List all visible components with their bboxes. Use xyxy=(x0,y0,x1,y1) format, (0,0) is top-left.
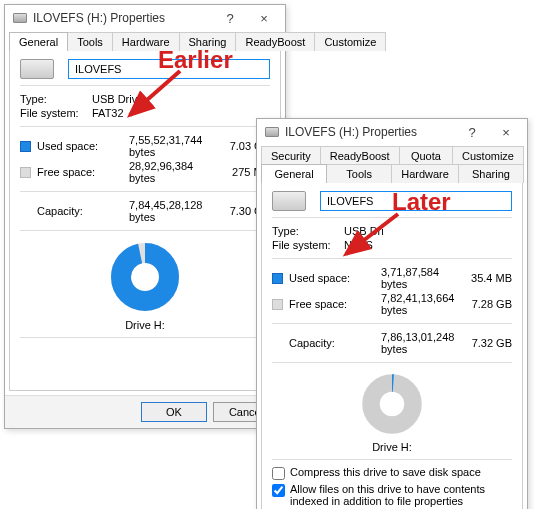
tab-general[interactable]: General xyxy=(261,164,327,183)
used-swatch xyxy=(20,141,31,152)
tab-readyboost[interactable]: ReadyBoost xyxy=(320,146,400,165)
used-bytes: 3,71,87,584 bytes xyxy=(361,266,460,290)
fs-label: File system: xyxy=(20,107,92,119)
tab-customize[interactable]: Customize xyxy=(314,32,386,51)
fs-value: FAT32 xyxy=(92,107,124,119)
svg-point-1 xyxy=(121,253,169,301)
panel-general: Type:USB Drive File system:FAT32 Used sp… xyxy=(9,50,281,391)
close-icon[interactable]: × xyxy=(247,7,281,29)
free-bytes: 28,92,96,384 bytes xyxy=(109,160,218,184)
cap-label: Capacity: xyxy=(289,337,361,349)
type-value: USB Drive xyxy=(92,93,143,105)
tab-quota[interactable]: Quota xyxy=(399,146,453,165)
free-swatch xyxy=(272,299,283,310)
drive-name-input[interactable] xyxy=(320,191,512,211)
drive-glyph-icon xyxy=(20,59,54,79)
tab-sharing[interactable]: Sharing xyxy=(458,164,524,183)
tab-customize[interactable]: Customize xyxy=(452,146,524,165)
drive-caption: Drive H: xyxy=(20,319,270,331)
type-value: USB Dri xyxy=(344,225,384,237)
cap-human: 7.32 GB xyxy=(460,337,512,349)
used-bytes: 7,55,52,31,744 bytes xyxy=(109,134,218,158)
drive-icon xyxy=(13,13,27,23)
drive-icon xyxy=(265,127,279,137)
tab-hardware[interactable]: Hardware xyxy=(391,164,459,183)
used-label: Used space: xyxy=(37,140,109,152)
tab-general[interactable]: General xyxy=(9,32,68,51)
tabs-row-1: Security ReadyBoost Quota Customize xyxy=(257,145,527,164)
type-label: Type: xyxy=(272,225,344,237)
tab-tools[interactable]: Tools xyxy=(326,164,392,183)
close-icon[interactable]: × xyxy=(489,121,523,143)
fs-value: NTFS xyxy=(344,239,373,251)
used-human: 35.4 MB xyxy=(460,272,512,284)
tab-tools[interactable]: Tools xyxy=(67,32,113,51)
usage-donut xyxy=(105,237,185,317)
index-label: Allow files on this drive to have conten… xyxy=(290,483,512,507)
window-title: ILOVEFS (H:) Properties xyxy=(285,125,455,139)
tab-sharing[interactable]: Sharing xyxy=(179,32,237,51)
compress-label: Compress this drive to save disk space xyxy=(290,466,481,478)
compress-checkbox[interactable] xyxy=(272,467,285,480)
tab-security[interactable]: Security xyxy=(261,146,321,165)
tab-readyboost[interactable]: ReadyBoost xyxy=(235,32,315,51)
tab-hardware[interactable]: Hardware xyxy=(112,32,180,51)
compress-checkbox-row[interactable]: Compress this drive to save disk space xyxy=(272,466,512,480)
free-swatch xyxy=(20,167,31,178)
titlebar: ILOVEFS (H:) Properties ? × xyxy=(257,119,527,145)
titlebar: ILOVEFS (H:) Properties ? × xyxy=(5,5,285,31)
tabs-row-2: General Tools Hardware Sharing xyxy=(257,163,527,182)
cap-bytes: 7,84,45,28,128 bytes xyxy=(109,199,218,223)
fs-label: File system: xyxy=(272,239,344,251)
used-swatch xyxy=(272,273,283,284)
index-checkbox-row[interactable]: Allow files on this drive to have conten… xyxy=(272,483,512,507)
type-label: Type: xyxy=(20,93,92,105)
help-icon[interactable]: ? xyxy=(455,121,489,143)
usage-donut xyxy=(357,369,427,439)
free-label: Free space: xyxy=(289,298,361,310)
drive-caption: Drive H: xyxy=(272,441,512,453)
cap-bytes: 7,86,13,01,248 bytes xyxy=(361,331,460,355)
used-label: Used space: xyxy=(289,272,361,284)
index-checkbox[interactable] xyxy=(272,484,285,497)
window-title: ILOVEFS (H:) Properties xyxy=(33,11,213,25)
cap-label: Capacity: xyxy=(37,205,109,217)
drive-name-input[interactable] xyxy=(68,59,270,79)
tabs: General Tools Hardware Sharing ReadyBoos… xyxy=(5,31,285,50)
free-human: 7.28 GB xyxy=(460,298,512,310)
free-label: Free space: xyxy=(37,166,109,178)
free-bytes: 7,82,41,13,664 bytes xyxy=(361,292,460,316)
ok-button[interactable]: OK xyxy=(141,402,207,422)
help-icon[interactable]: ? xyxy=(213,7,247,29)
drive-glyph-icon xyxy=(272,191,306,211)
panel-general: Type:USB Dri File system:NTFS Used space… xyxy=(261,182,523,509)
